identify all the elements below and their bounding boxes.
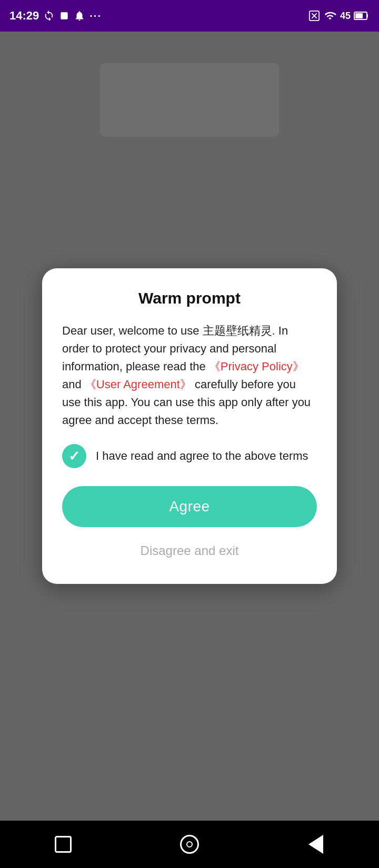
back-icon [308,835,323,854]
disagree-button[interactable]: Disagree and exit [62,537,317,565]
battery-icon [354,11,370,21]
wifi-icon [323,10,337,22]
home-icon-inner [186,841,193,847]
home-icon [180,835,199,854]
status-left: 14:29 ··· [9,9,102,23]
agree-checkbox-row[interactable]: ✓ I have read and agree to the above ter… [62,444,317,468]
nav-home-button[interactable] [174,829,205,860]
notification-icon [74,10,85,22]
nav-bar [0,821,379,868]
sync-icon [43,10,55,22]
dialog-body: Dear user, welcome to use 主题壁纸精灵. In ord… [62,322,317,430]
agree-button[interactable]: Agree [62,486,317,527]
privacy-policy-link[interactable]: 《Privacy Policy》 [209,360,304,373]
svg-rect-0 [61,12,68,19]
time-display: 14:29 [9,9,39,23]
recent-apps-icon [55,836,72,853]
stop-icon [59,11,69,21]
user-agreement-link[interactable]: 《User Agreement》 [85,378,192,391]
nav-back-button[interactable] [300,829,332,860]
status-icons-right: 45 [308,10,370,22]
dialog-title: Warm prompt [62,289,317,307]
body-text-part2: and [62,378,85,391]
battery-display: 45 [340,11,351,22]
terms-dialog: Warm prompt Dear user, welcome to use 主题… [42,268,337,584]
modal-overlay: Warm prompt Dear user, welcome to use 主题… [0,32,379,821]
status-bar: 14:29 ··· 45 [0,0,379,32]
close-box-icon [308,10,320,22]
nav-recent-button[interactable] [47,829,79,860]
more-icon: ··· [89,10,102,22]
svg-rect-5 [355,13,363,18]
checkbox-label: I have read and agree to the above terms [96,448,308,465]
agree-checkbox[interactable]: ✓ [62,444,86,468]
checkmark-icon: ✓ [68,449,80,463]
